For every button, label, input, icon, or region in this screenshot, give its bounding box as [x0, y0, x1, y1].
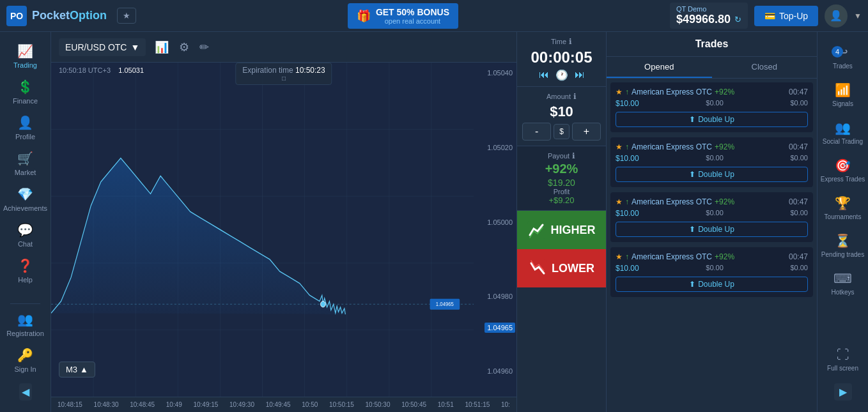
sidebar-item-profile[interactable]: 👤 Profile	[0, 110, 50, 146]
trade-name: ★ ↑ American Express OTC +92%	[616, 142, 734, 151]
chart-type-button[interactable]: 📊	[152, 38, 171, 57]
trade-amount-item2: $0.00	[706, 209, 724, 218]
lower-icon	[529, 259, 546, 277]
logo-text: PocketOption	[32, 9, 107, 22]
sidebar-item-market[interactable]: 🛒 Market	[0, 146, 50, 181]
drawing-button[interactable]: ✏	[197, 38, 212, 57]
right-nav-express-trades[interactable]: 🎯 Express Trades	[818, 151, 868, 189]
double-up-icon: ⬆	[689, 225, 695, 234]
bonus-button[interactable]: 🎁 GET 50% BONUS open real account	[348, 3, 458, 29]
higher-button[interactable]: HIGHER	[517, 211, 606, 249]
sidebar-item-chat[interactable]: 💬 Chat	[0, 217, 50, 253]
refresh-icon[interactable]: ↻	[734, 15, 741, 24]
sidebar-item-signin[interactable]: 🔑 Sign In	[0, 342, 50, 378]
trade-up-arrow: ↑	[625, 197, 629, 206]
time-info-icon: ℹ	[569, 37, 572, 46]
trade-amount-item2: $0.00	[706, 99, 724, 108]
time-clock-icon[interactable]: 🕐	[555, 69, 568, 81]
price-level-3: 1.04980	[476, 293, 513, 300]
account-label: QT Demo	[676, 5, 741, 13]
hotkeys-icon: ⌨	[833, 271, 852, 286]
trade-time: 00:47	[789, 252, 808, 261]
sidebar-item-help[interactable]: ❓ Help	[0, 253, 50, 289]
right-arrow-area: ▶	[818, 378, 868, 406]
right-nav-tournaments[interactable]: 🏆 Tournaments	[818, 189, 868, 227]
right-nav-social-trading[interactable]: 👥 Social Trading	[818, 114, 868, 151]
time-increase-icon[interactable]: ⏭	[575, 69, 585, 81]
trade-star-icon[interactable]: ★	[616, 197, 623, 206]
double-up-button[interactable]: ⬆ Double Up	[616, 112, 808, 127]
right-sidebar: ↩ 4 Trades 📶 Signals 👥 Social Trading 🎯 …	[817, 32, 868, 412]
sidebar-item-achievements[interactable]: 💎 Achievements	[0, 181, 50, 217]
trade-amount-item3: $0.00	[790, 154, 808, 163]
double-up-label: Double Up	[698, 280, 734, 289]
trade-amount2: $0.00	[706, 154, 724, 162]
trade-time: 00:47	[789, 142, 808, 151]
tab-closed[interactable]: Closed	[712, 57, 818, 78]
amount-decrease-button[interactable]: -	[522, 123, 551, 141]
topup-button[interactable]: 💳 Top-Up	[754, 6, 818, 26]
sidebar-item-registration[interactable]: 👥 Registration	[0, 307, 50, 342]
time-label-2: 10:48:45	[130, 401, 155, 408]
trade-item-header: ★ ↑ American Express OTC +92% 00:47	[616, 252, 808, 261]
right-nav-fullscreen[interactable]: ⛶ Full screen	[818, 341, 868, 378]
sidebar-item-trading[interactable]: 📈 Trading	[0, 38, 50, 74]
sidebar-arrow-right[interactable]: ▶	[834, 383, 852, 401]
amount-increase-button[interactable]: +	[572, 123, 601, 141]
bonus-area: 🎁 GET 50% BONUS open real account	[348, 3, 458, 29]
trade-star-icon[interactable]: ★	[616, 88, 623, 96]
sidebar-arrow-left[interactable]: ◀	[19, 383, 32, 401]
profile-label: Profile	[15, 133, 35, 141]
right-nav-hotkeys[interactable]: ⌨ Hotkeys	[818, 264, 868, 302]
lower-label: LOWER	[552, 262, 594, 275]
trade-star-icon[interactable]: ★	[616, 142, 623, 151]
time-label-0: 10:48:15	[58, 401, 82, 408]
double-up-label: Double Up	[698, 170, 734, 179]
signin-icon: 🔑	[17, 347, 33, 363]
express-trades-icon: 🎯	[835, 158, 851, 173]
avatar[interactable]: 👤	[825, 4, 848, 27]
chart-timestamp: 10:50:18 UTC+3 1.05031	[59, 66, 144, 74]
double-up-label: Double Up	[698, 115, 734, 124]
time-decrease-icon[interactable]: ⏮	[539, 69, 549, 81]
right-nav-pending-trades[interactable]: ⏳ Pending trades	[818, 227, 868, 264]
trade-star-icon[interactable]: ★	[616, 252, 623, 261]
sidebar-item-finance[interactable]: 💲 Finance	[0, 74, 50, 110]
chart-container: 10:50:18 UTC+3 1.05031 Expiration time 1…	[51, 63, 516, 397]
indicators-button[interactable]: ⚙	[176, 38, 192, 57]
right-nav-trades[interactable]: ↩ 4 Trades	[818, 38, 868, 76]
express-trades-label: Express Trades	[821, 176, 865, 183]
double-up-button[interactable]: ⬆ Double Up	[616, 167, 808, 182]
time-label-5: 10:49:30	[229, 401, 254, 408]
tab-opened[interactable]: Opened	[607, 57, 712, 78]
trade-amount1: $10.00	[616, 154, 639, 163]
lower-button[interactable]: LOWER	[517, 249, 606, 287]
double-up-button[interactable]: ⬆ Double Up	[616, 277, 808, 292]
timeframe-label: M3	[66, 365, 77, 374]
trade-item: ★ ↑ American Express OTC +92% 00:47 $10.…	[610, 82, 813, 132]
trade-amount2: $0.00	[706, 264, 724, 271]
bonus-sub-text: open real account	[376, 17, 449, 25]
time-controls: ⏮ 🕐 ⏭	[522, 69, 601, 81]
time-label-13: 10:	[501, 401, 510, 408]
help-icon: ❓	[17, 258, 33, 273]
right-nav-signals[interactable]: 📶 Signals	[818, 76, 868, 114]
payout-section: Payout ℹ +92% $19.20 Profit +$9.20	[517, 146, 606, 211]
favorite-button[interactable]: ★	[117, 8, 136, 24]
instrument-selector[interactable]: EUR/USD OTC ▼	[59, 38, 146, 56]
timeframe-button[interactable]: M3 ▲	[59, 362, 95, 378]
time-label-4: 10:49:15	[193, 401, 218, 408]
trades-tabs: Opened Closed	[607, 57, 817, 79]
profit-label: Profit	[522, 188, 601, 195]
countdown-display: 00:00:05	[522, 49, 601, 66]
time-label-3: 10:49	[166, 401, 182, 408]
account-chevron-icon[interactable]: ▼	[854, 11, 862, 20]
time-label-1: 10:48:30	[94, 401, 119, 408]
expiration-time: 10:50:23	[295, 66, 325, 75]
double-up-button[interactable]: ⬆ Double Up	[616, 222, 808, 237]
svg-text:1.04965: 1.04965	[436, 300, 454, 307]
payout-percent: +92%	[522, 162, 601, 176]
signals-label: Signals	[832, 100, 853, 107]
instrument-chevron-icon: ▼	[130, 42, 139, 52]
double-up-icon: ⬆	[689, 115, 695, 124]
